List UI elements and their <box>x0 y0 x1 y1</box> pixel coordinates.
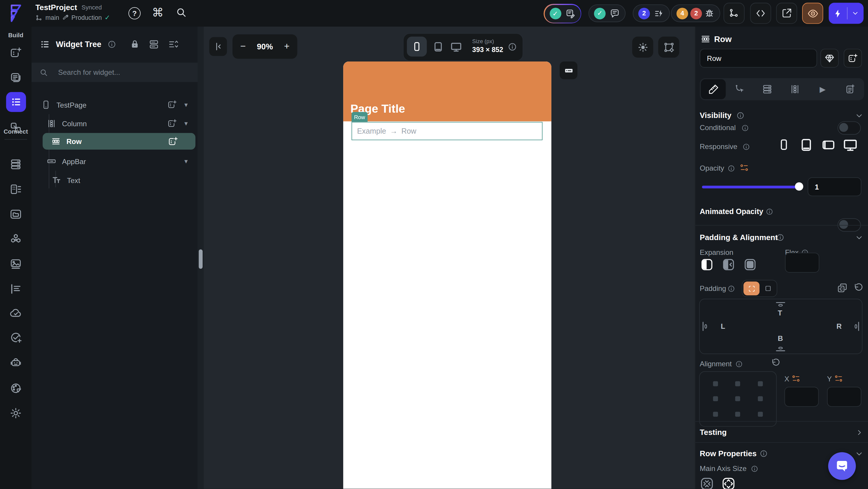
opacity-variable-icon[interactable] <box>740 163 749 172</box>
panels-icon[interactable] <box>148 39 159 50</box>
ai-agents-nav-icon[interactable] <box>9 356 22 369</box>
opacity-slider-knob[interactable] <box>795 182 803 191</box>
expansion-flexible-button[interactable] <box>721 257 736 272</box>
tree-scrollbar-thumb[interactable] <box>199 249 203 269</box>
appbar-quick-button[interactable] <box>560 61 578 79</box>
tablet-device-icon[interactable] <box>432 41 444 53</box>
collapse-caret-icon[interactable]: ▾ <box>184 101 188 109</box>
zoom-out-button[interactable]: − <box>240 41 246 52</box>
padding-bottom-value[interactable]: B <box>778 334 783 342</box>
align-center-right[interactable] <box>758 397 763 402</box>
data-types-nav-icon[interactable] <box>9 183 22 196</box>
add-widget-icon[interactable] <box>167 119 177 128</box>
ai-review-pill[interactable]: ✓ <box>544 4 581 23</box>
padding-mode-individual-selected[interactable] <box>743 282 759 295</box>
padding-mode-all[interactable] <box>760 285 777 292</box>
light-mode-button[interactable] <box>632 37 653 58</box>
padding-top-value[interactable]: T <box>778 309 782 317</box>
conditional-toggle[interactable] <box>838 121 861 135</box>
lock-canvas-icon[interactable] <box>130 39 140 49</box>
responsive-phone-icon[interactable] <box>777 138 790 151</box>
widget-tree-info-icon[interactable] <box>107 40 116 49</box>
branch-manager-button[interactable] <box>723 3 745 24</box>
device-phone-selected[interactable] <box>407 37 427 56</box>
tab-actions[interactable]: ▶ <box>809 85 836 94</box>
database-nav-icon[interactable] <box>9 158 22 171</box>
opacity-info-icon[interactable] <box>727 165 735 172</box>
branch-name[interactable]: main <box>45 15 59 21</box>
phone-preview[interactable]: Page Title Row Example → Row <box>343 61 551 489</box>
tree-item-testpage[interactable]: TestPage ▾ <box>32 95 197 114</box>
theme-nav-icon[interactable] <box>9 382 22 394</box>
row-properties-info-icon[interactable] <box>760 450 768 458</box>
animated-opacity-info-icon[interactable] <box>766 208 773 215</box>
deploy-button[interactable] <box>829 3 864 24</box>
save-as-component-button[interactable] <box>820 49 839 68</box>
align-x-variable-icon[interactable] <box>792 374 800 383</box>
cloud-functions-nav-icon[interactable] <box>9 307 22 320</box>
responsive-info-icon[interactable] <box>742 143 750 151</box>
main-axis-min-button[interactable] <box>700 477 714 489</box>
responsive-desktop-icon[interactable] <box>843 138 858 153</box>
add-widget-icon[interactable] <box>168 136 178 147</box>
tree-item-appbar[interactable]: AppBar ▾ <box>32 152 197 171</box>
padding-left-value[interactable]: L <box>721 322 725 330</box>
breadcrumb-parent[interactable]: Example <box>357 127 386 135</box>
align-y-input[interactable] <box>827 387 861 406</box>
canvas-settings-button[interactable] <box>658 37 679 58</box>
widget-tree-nav-selected[interactable] <box>6 92 26 112</box>
tab-backend[interactable] <box>753 84 781 95</box>
actions-pill[interactable]: 2 <box>632 4 670 22</box>
align-top-right[interactable] <box>758 381 763 386</box>
flutterflow-logo-icon[interactable] <box>5 3 26 24</box>
align-bottom-left[interactable] <box>713 411 718 416</box>
align-bottom-center[interactable] <box>735 411 740 416</box>
conditional-info-icon[interactable] <box>741 124 749 132</box>
add-widget-nav-icon[interactable] <box>9 47 22 59</box>
padding-info-icon[interactable] <box>727 285 735 292</box>
pages-nav-icon[interactable] <box>9 71 22 84</box>
view-code-button[interactable] <box>750 3 771 24</box>
opacity-slider[interactable] <box>702 186 800 188</box>
environment-name[interactable]: Production <box>71 15 102 21</box>
align-x-input[interactable] <box>784 387 819 406</box>
alignment-reset-icon[interactable] <box>771 358 781 368</box>
expansion-none-button[interactable] <box>700 257 714 272</box>
flex-input[interactable] <box>785 253 819 272</box>
align-top-left[interactable] <box>713 381 718 386</box>
desktop-device-icon[interactable] <box>450 41 462 53</box>
breadcrumb-current[interactable]: Row <box>401 127 416 135</box>
align-top-center[interactable] <box>735 381 740 386</box>
deploy-chevron-icon[interactable] <box>851 9 859 17</box>
visibility-collapse-icon[interactable] <box>855 112 864 120</box>
comments-pill[interactable]: ✓ <box>588 4 625 22</box>
widget-name-input[interactable] <box>700 49 817 68</box>
opacity-input[interactable] <box>808 177 862 196</box>
padding-alignment-collapse-icon[interactable] <box>855 233 864 242</box>
export-button[interactable] <box>776 3 797 24</box>
collapse-caret-icon[interactable]: ▾ <box>184 157 188 165</box>
widget-search-bar[interactable] <box>32 63 197 82</box>
align-center[interactable] <box>735 397 740 402</box>
main-axis-max-button[interactable] <box>721 477 736 489</box>
add-child-widget-button[interactable] <box>844 49 862 68</box>
padding-alignment-info-icon[interactable] <box>776 233 784 241</box>
components-nav-icon[interactable] <box>9 121 22 134</box>
expansion-expanded-button[interactable] <box>743 257 757 272</box>
tab-properties[interactable] <box>701 79 726 99</box>
align-center-left[interactable] <box>713 397 718 402</box>
copy-padding-icon[interactable] <box>837 283 848 293</box>
issues-pill[interactable]: 4 2 <box>671 4 720 22</box>
testing-expand-icon[interactable] <box>855 428 864 437</box>
align-y-variable-icon[interactable] <box>834 374 843 383</box>
preview-button[interactable] <box>802 3 823 24</box>
collapse-caret-icon[interactable]: ▾ <box>184 120 188 127</box>
project-name[interactable]: TestProject <box>35 3 77 11</box>
integrations-nav-icon[interactable] <box>9 233 22 246</box>
alignment-info-icon[interactable] <box>735 360 743 368</box>
zoom-in-button[interactable]: + <box>284 41 290 52</box>
align-bottom-right[interactable] <box>758 411 763 416</box>
device-size-info-icon[interactable] <box>508 42 517 52</box>
tree-sort-icon[interactable] <box>168 39 179 50</box>
image-library-nav-icon[interactable] <box>9 258 22 270</box>
